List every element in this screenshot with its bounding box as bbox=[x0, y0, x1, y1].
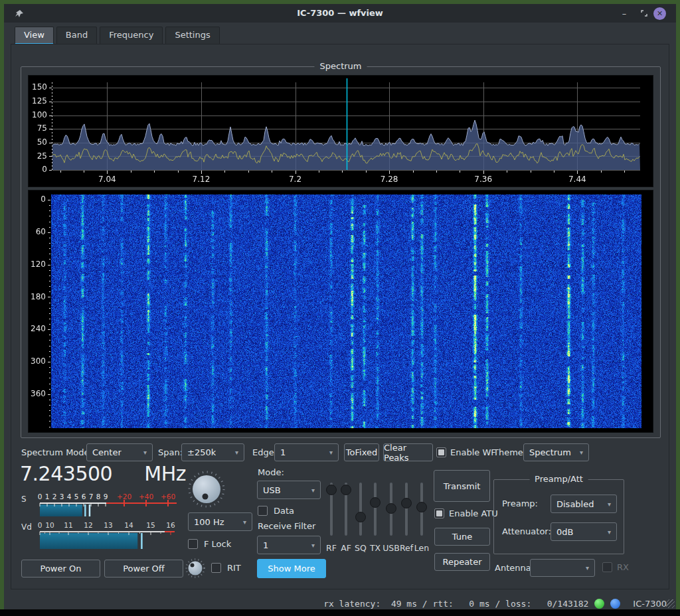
svg-text:+40: +40 bbox=[139, 493, 153, 501]
slider-handle[interactable] bbox=[341, 485, 351, 495]
svg-text:+20: +20 bbox=[117, 493, 131, 501]
minimize-button[interactable]: – bbox=[616, 4, 632, 23]
rf-slider[interactable]: RF bbox=[325, 479, 338, 553]
preamp-combo[interactable]: Disabled▾ bbox=[551, 495, 617, 513]
frequency-value: 7.243500 bbox=[20, 462, 112, 485]
main-window: IC-7300 — wfview – ✕ View Band Frequency… bbox=[4, 4, 676, 609]
frequency-display[interactable]: 7.243500 MHz bbox=[20, 462, 186, 489]
close-icon: ✕ bbox=[657, 9, 663, 18]
chevron-down-icon: ▾ bbox=[604, 528, 611, 536]
chevron-down-icon: ▾ bbox=[307, 487, 315, 494]
tune-button[interactable]: Tune bbox=[434, 528, 490, 546]
theme-combo[interactable]: Spectrum▾ bbox=[523, 443, 589, 461]
chevron-down-icon: ▾ bbox=[325, 449, 333, 456]
chevron-down-icon: ▾ bbox=[582, 564, 589, 572]
repeater-button[interactable]: Repeater bbox=[434, 553, 490, 571]
svg-text:Vd: Vd bbox=[21, 522, 32, 532]
edge-label: Edge bbox=[252, 443, 274, 461]
ref-slider[interactable]: Ref bbox=[400, 479, 413, 553]
spectrum-mode-combo[interactable]: Center▾ bbox=[86, 443, 153, 461]
svg-text:8: 8 bbox=[96, 493, 101, 501]
edge-combo[interactable]: 1▾ bbox=[274, 443, 339, 461]
status-led-blue bbox=[610, 599, 620, 609]
slider-handle[interactable] bbox=[326, 485, 337, 495]
svg-text:15: 15 bbox=[146, 521, 155, 529]
svg-text:7: 7 bbox=[89, 493, 94, 501]
slider-handle[interactable] bbox=[401, 498, 412, 508]
preamp-att-group-title: Preamp/Att bbox=[529, 474, 588, 484]
data-label: Data bbox=[274, 506, 294, 516]
tab-settings[interactable]: Settings bbox=[165, 27, 219, 45]
spectrum-scope-canvas[interactable] bbox=[29, 76, 653, 187]
restore-button[interactable] bbox=[636, 4, 652, 23]
chevron-down-icon: ▾ bbox=[231, 449, 238, 456]
window-title: IC-7300 — wfview bbox=[4, 4, 676, 23]
svg-text:9: 9 bbox=[104, 493, 108, 501]
receive-filter-label: Receive Filter bbox=[258, 521, 315, 531]
slider-handle[interactable] bbox=[370, 497, 381, 508]
attenuator-combo[interactable]: 0dB▾ bbox=[551, 522, 617, 541]
preamp-att-groupbox: Preamp/Att Preamp: Disabled▾ Attenuator:… bbox=[493, 479, 624, 554]
svg-text:5: 5 bbox=[74, 493, 79, 501]
f-lock-label: F Lock bbox=[204, 539, 231, 550]
chevron-down-icon: ▾ bbox=[139, 449, 147, 456]
waterfall-canvas[interactable] bbox=[29, 191, 653, 432]
mode-combo[interactable]: USB▾ bbox=[257, 481, 321, 499]
antenna-rx-label: RX bbox=[617, 562, 629, 573]
antenna-rx-checkbox[interactable] bbox=[602, 562, 612, 572]
show-more-button[interactable]: Show More bbox=[257, 559, 326, 578]
tab-band[interactable]: Band bbox=[56, 27, 97, 45]
rit-checkbox[interactable] bbox=[211, 563, 221, 573]
svg-text:0: 0 bbox=[38, 493, 42, 501]
resize-grip-icon[interactable] bbox=[666, 599, 675, 608]
spectrum-group-title: Spectrum bbox=[315, 61, 367, 71]
tab-frequency[interactable]: Frequency bbox=[100, 27, 163, 45]
tab-view[interactable]: View bbox=[15, 27, 54, 45]
svg-text:S: S bbox=[21, 495, 27, 504]
rit-knob[interactable] bbox=[185, 558, 206, 581]
clear-peaks-button[interactable]: Clear Peaks bbox=[383, 443, 433, 461]
frequency-unit: MHz bbox=[144, 462, 186, 485]
close-button[interactable]: ✕ bbox=[653, 7, 666, 20]
receive-filter-combo[interactable]: 1▾ bbox=[257, 536, 321, 554]
f-lock-checkbox[interactable] bbox=[188, 539, 198, 549]
len-slider[interactable]: Len bbox=[415, 479, 428, 553]
chevron-down-icon: ▾ bbox=[307, 542, 315, 549]
tuning-knob[interactable] bbox=[187, 469, 226, 512]
slider-handle[interactable] bbox=[416, 502, 427, 512]
antenna-combo[interactable]: ▾ bbox=[530, 559, 595, 577]
svg-text:16: 16 bbox=[166, 521, 175, 529]
spectrum-groupbox: Spectrum bbox=[21, 66, 661, 438]
span-combo[interactable]: ±250k▾ bbox=[181, 443, 244, 461]
chevron-down-icon: ▾ bbox=[576, 449, 583, 456]
tx-slider[interactable]: TX bbox=[369, 479, 382, 553]
data-checkbox[interactable] bbox=[258, 506, 268, 516]
preamp-label: Preamp: bbox=[502, 495, 538, 512]
restore-icon bbox=[640, 9, 648, 17]
enable-atu-checkbox[interactable] bbox=[434, 508, 444, 518]
svg-text:4: 4 bbox=[67, 493, 72, 501]
svg-text:1: 1 bbox=[45, 493, 50, 501]
tuning-step-combo[interactable]: 100 Hz▾ bbox=[188, 512, 252, 531]
svg-text:0: 0 bbox=[38, 521, 42, 529]
waterfall-panel bbox=[28, 190, 653, 433]
svg-text:+60: +60 bbox=[161, 493, 175, 501]
usb-slider[interactable]: USB bbox=[384, 479, 398, 553]
enable-wf-checkbox[interactable] bbox=[436, 447, 446, 457]
power-on-button[interactable]: Power On bbox=[21, 560, 100, 578]
svg-text:13: 13 bbox=[104, 521, 112, 529]
svg-text:3: 3 bbox=[60, 493, 64, 501]
minimize-icon: – bbox=[622, 9, 627, 19]
transmit-button[interactable]: Transmit bbox=[434, 470, 490, 502]
svg-text:11: 11 bbox=[64, 521, 72, 529]
status-led-green bbox=[594, 599, 604, 609]
slider-handle[interactable] bbox=[386, 503, 396, 514]
slider-handle[interactable] bbox=[355, 512, 366, 522]
mode-label: Mode: bbox=[258, 467, 284, 477]
latency-stats: rx latency: 49 ms / rtt: 0 ms / loss: 0/… bbox=[323, 599, 588, 609]
sq-slider[interactable]: SQ bbox=[354, 479, 367, 553]
theme-label: Theme: bbox=[493, 443, 526, 461]
af-slider[interactable]: AF bbox=[339, 479, 353, 553]
tofixed-button[interactable]: ToFixed bbox=[344, 443, 379, 461]
power-off-button[interactable]: Power Off bbox=[104, 560, 183, 578]
